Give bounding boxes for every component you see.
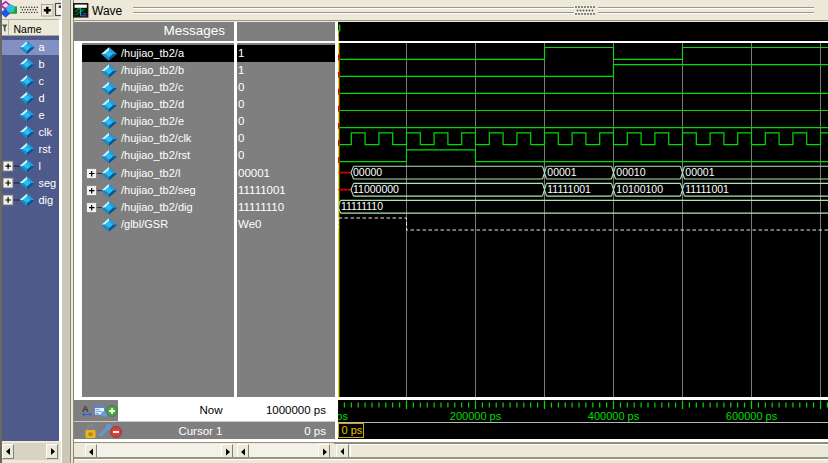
svg-text:11111001: 11111001 bbox=[685, 183, 729, 195]
svg-text:0 ps: 0 ps bbox=[338, 410, 348, 422]
svg-text:200000 ps: 200000 ps bbox=[450, 410, 502, 422]
svg-text:00001: 00001 bbox=[547, 166, 576, 178]
svg-text:11111001: 11111001 bbox=[547, 183, 591, 195]
svg-text:11000000: 11000000 bbox=[353, 183, 399, 195]
svg-text:00000: 00000 bbox=[353, 166, 382, 178]
svg-text:11111110: 11111110 bbox=[341, 200, 383, 212]
svg-text:00001: 00001 bbox=[685, 166, 714, 178]
svg-text:10100100: 10100100 bbox=[616, 183, 663, 195]
svg-text:600000 ps: 600000 ps bbox=[726, 410, 778, 422]
svg-text:400000 ps: 400000 ps bbox=[588, 410, 640, 422]
svg-text:A: A bbox=[82, 404, 89, 414]
svg-text:00010: 00010 bbox=[616, 166, 645, 178]
